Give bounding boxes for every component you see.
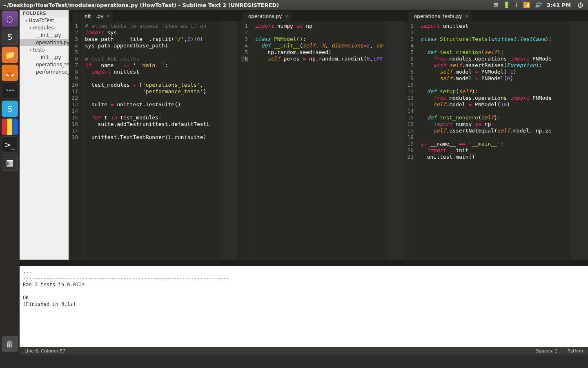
workspace-icon[interactable]: ▦ [2, 155, 18, 171]
horizontal-scrollbar[interactable] [20, 260, 588, 265]
minimap[interactable] [387, 21, 404, 260]
code-area-1[interactable]: 123456789101112131415161718 # allow test… [69, 21, 238, 260]
syntax-setting[interactable]: Python [568, 348, 583, 354]
color-picker-icon[interactable] [2, 119, 18, 135]
clock[interactable]: 3:41 PM [547, 2, 571, 8]
battery-icon[interactable]: 🔋 [503, 2, 510, 8]
minimap[interactable] [221, 21, 238, 260]
files-icon[interactable]: 📁 [2, 47, 18, 63]
folder-sidebar: FOLDERS HowToTestmodules__init__.pyopera… [20, 10, 69, 260]
tabbar-2: operations.py × [238, 10, 404, 21]
sound-icon[interactable]: 🔊 [535, 2, 542, 8]
sublime-text-icon[interactable]: S [2, 29, 18, 45]
close-icon[interactable]: × [285, 13, 288, 19]
code-area-2[interactable]: 123456 import numpy as np class PNModel(… [238, 21, 404, 260]
file-item[interactable]: performance_tests.py [20, 68, 69, 76]
code-area-3[interactable]: 123456789101112131415161718192021 import… [404, 21, 588, 260]
system-monitor-icon[interactable]: 〰 [2, 83, 18, 99]
file-item[interactable]: __init__.py [20, 54, 69, 61]
firefox-icon[interactable]: 🦊 [2, 65, 18, 81]
skype-icon[interactable]: S [2, 101, 18, 117]
unity-launcher: ◌ S 📁 🦊 〰 S >_ ▦ 🗑 [0, 10, 20, 355]
tab-operations[interactable]: operations.py × [243, 11, 291, 21]
window-title: ~/Desktop/HowToTest/modules/operations.p… [2, 2, 279, 8]
tab-tests[interactable]: operations_tests.py × [408, 11, 471, 21]
build-output[interactable]: ... ------------------------------------… [20, 265, 588, 347]
editor-pane-1: __init__.py × 12345678910111213141516171… [69, 10, 238, 260]
sidebar-header: FOLDERS [20, 10, 69, 17]
tabbar-3: operations_tests.py × [404, 10, 588, 21]
file-item[interactable]: operations.py [20, 39, 69, 46]
terminal-icon[interactable]: >_ [2, 137, 18, 153]
file-item[interactable]: __init__.py [20, 31, 69, 39]
folder-item[interactable]: modules [20, 24, 69, 31]
close-icon[interactable]: × [106, 13, 110, 19]
wifi-icon[interactable]: 📶 [523, 2, 530, 8]
tabbar-1: __init__.py × [69, 10, 238, 21]
tab-init[interactable]: __init__.py × [73, 11, 113, 21]
editor-pane-2: operations.py × 123456 import numpy as n… [238, 10, 404, 260]
editor-pane-3: operations_tests.py × 123456789101112131… [404, 10, 588, 260]
folder-item[interactable]: HowToTest [20, 17, 69, 24]
tab-label: __init__.py [78, 13, 104, 19]
tab-label: operations_tests.py [414, 13, 462, 19]
system-menubar: ~/Desktop/HowToTest/modules/operations.p… [0, 0, 588, 10]
statusbar: Line 6, Column 57 Spaces: 2 Python [20, 347, 588, 355]
folder-item[interactable]: tests [20, 46, 69, 54]
cursor-position[interactable]: Line 6, Column 57 [24, 348, 65, 354]
power-icon[interactable]: ⏻ [577, 2, 583, 8]
minimap[interactable] [571, 21, 588, 260]
tab-label: operations.py [248, 13, 282, 19]
editor-window: FOLDERS HowToTestmodules__init__.pyopera… [20, 10, 588, 355]
dash-icon[interactable]: ◌ [2, 11, 18, 27]
file-item[interactable]: operations_tests.py [20, 61, 69, 68]
mail-icon[interactable]: ✉ [493, 2, 498, 8]
indent-setting[interactable]: Spaces: 2 [536, 348, 557, 354]
bluetooth-icon[interactable]: ᚼ [515, 2, 518, 8]
trash-icon[interactable]: 🗑 [2, 336, 18, 352]
close-icon[interactable]: × [465, 13, 468, 19]
